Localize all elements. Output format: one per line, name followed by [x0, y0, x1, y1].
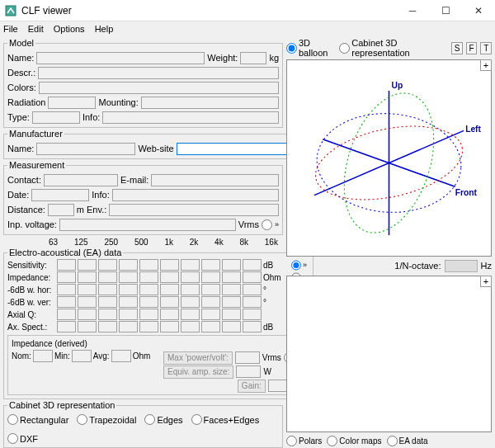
ea-cell[interactable] — [139, 296, 158, 308]
ea-cell[interactable] — [57, 321, 76, 332]
eqamp-button[interactable]: Equiv. amp. size: — [163, 365, 233, 379]
ea-cell[interactable] — [160, 309, 179, 320]
ea-cell[interactable] — [78, 309, 97, 320]
ea-cell[interactable] — [139, 309, 158, 320]
colormaps-radio[interactable]: Color maps — [327, 436, 381, 446]
s-button[interactable]: S — [451, 42, 463, 54]
contact-field[interactable] — [44, 174, 118, 186]
eqamp-field[interactable] — [236, 365, 261, 378]
weight-field[interactable] — [240, 52, 266, 64]
ea-cell[interactable] — [98, 271, 117, 283]
ea-cell[interactable] — [243, 321, 262, 332]
rect-radio[interactable]: Rectangular — [7, 414, 68, 425]
eadata-radio[interactable]: EA data — [387, 436, 428, 446]
ea-cell[interactable] — [98, 321, 117, 332]
ea-cell[interactable] — [222, 271, 241, 283]
plot-viewer[interactable]: + — [286, 276, 492, 432]
radiation-field[interactable] — [48, 97, 96, 109]
ea-cell[interactable] — [98, 296, 117, 308]
ea-cell[interactable] — [201, 296, 220, 308]
ea-cell[interactable] — [201, 284, 220, 295]
menu-edit[interactable]: Edit — [28, 24, 44, 34]
ea-cell[interactable] — [78, 271, 97, 283]
ea-cell[interactable] — [181, 296, 200, 308]
balloon-radio[interactable]: 3D balloon — [286, 38, 336, 58]
ea-cell[interactable] — [201, 321, 220, 332]
ea-cell[interactable] — [160, 259, 179, 271]
avg-field[interactable] — [111, 350, 131, 362]
edges-radio[interactable]: Edges — [144, 414, 182, 425]
polars-radio[interactable]: Polars — [286, 436, 322, 446]
ea-cell[interactable] — [57, 296, 76, 308]
ea-cell[interactable] — [201, 259, 220, 271]
expand-plot-button[interactable]: + — [480, 276, 492, 287]
maxpv-field[interactable] — [235, 351, 260, 364]
email-field[interactable] — [151, 174, 279, 186]
model-info-field[interactable] — [102, 111, 279, 124]
ea-cell[interactable] — [78, 259, 97, 271]
descr-field[interactable] — [38, 67, 279, 79]
ea-cell[interactable] — [243, 309, 262, 320]
date-field[interactable] — [31, 189, 89, 201]
ea-cell[interactable] — [222, 284, 241, 295]
ea-cell[interactable] — [160, 284, 179, 295]
menu-options[interactable]: Options — [54, 24, 85, 34]
faces-radio[interactable]: Faces+Edges — [191, 414, 260, 425]
gain-button[interactable]: Gain: — [238, 380, 266, 393]
ea-cell[interactable] — [201, 309, 220, 320]
ea-cell[interactable] — [98, 284, 117, 295]
min-field[interactable] — [72, 350, 92, 362]
ea-cell[interactable] — [78, 321, 97, 332]
meas-info-field[interactable] — [112, 189, 279, 201]
ea-cell[interactable] — [57, 259, 76, 271]
ea-cell[interactable] — [139, 284, 158, 295]
ea-cell[interactable] — [119, 309, 138, 320]
ea-cell[interactable] — [160, 271, 179, 283]
ea-cell[interactable] — [57, 271, 76, 283]
ea-cell[interactable] — [222, 309, 241, 320]
ea-cell[interactable] — [243, 271, 262, 283]
nom-field[interactable] — [33, 350, 53, 362]
ea-cell[interactable] — [201, 271, 220, 283]
close-button[interactable]: ✕ — [462, 0, 495, 21]
cabrep-radio[interactable]: Cabinet 3D representation — [339, 38, 445, 58]
mfr-name-field[interactable] — [36, 143, 135, 155]
ea-cell[interactable] — [222, 296, 241, 308]
mounting-field[interactable] — [141, 97, 279, 109]
env-field[interactable] — [109, 204, 279, 216]
ea-cell[interactable] — [181, 259, 200, 271]
ea-cell[interactable] — [181, 271, 200, 283]
distance-field[interactable] — [48, 204, 74, 216]
octave-field[interactable] — [445, 260, 478, 272]
ea-cell[interactable] — [119, 284, 138, 295]
inpv-radio[interactable] — [262, 219, 272, 230]
ea-cell[interactable] — [139, 321, 158, 332]
ea-cell[interactable] — [119, 271, 138, 283]
ea-cell[interactable] — [119, 296, 138, 308]
ea-cell[interactable] — [78, 296, 97, 308]
balloon-viewer[interactable]: + Up Left Front — [286, 59, 492, 257]
menu-file[interactable]: File — [3, 24, 18, 34]
ea-cell[interactable] — [78, 284, 97, 295]
ea-cell[interactable] — [119, 259, 138, 271]
colors-field[interactable] — [39, 82, 279, 94]
maxpv-button[interactable]: Max 'power/volt': — [163, 351, 233, 365]
menu-help[interactable]: Help — [95, 24, 114, 34]
ea-cell[interactable] — [57, 284, 76, 295]
type-field[interactable] — [32, 111, 80, 124]
ea-cell[interactable] — [243, 284, 262, 295]
maximize-button[interactable]: ☐ — [429, 0, 462, 21]
ea-cell[interactable] — [181, 309, 200, 320]
ea-cell[interactable] — [181, 321, 200, 332]
expand-viewer-button[interactable]: + — [480, 59, 492, 71]
ea-cell[interactable] — [139, 271, 158, 283]
ea-cell[interactable] — [181, 284, 200, 295]
minimize-button[interactable]: ─ — [396, 0, 429, 21]
ea-cell[interactable] — [160, 321, 179, 332]
ea-cell[interactable] — [139, 259, 158, 271]
ea-cell[interactable] — [243, 296, 262, 308]
name-field[interactable] — [36, 52, 205, 64]
inpv-field[interactable] — [59, 219, 236, 231]
ea-cell[interactable] — [98, 309, 117, 320]
trap-radio[interactable]: Trapezoidal — [77, 414, 136, 425]
